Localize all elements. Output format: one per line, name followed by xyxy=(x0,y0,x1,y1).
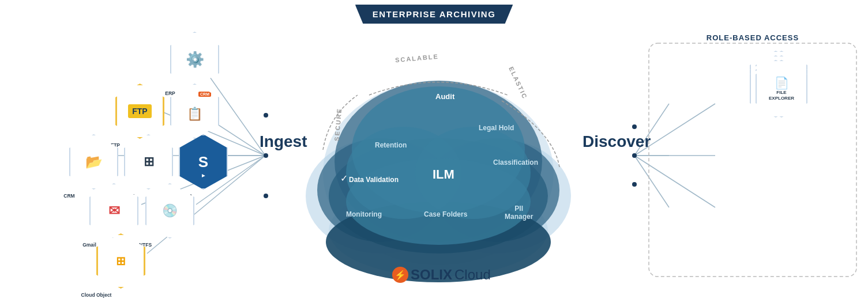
solix-suffix: Cloud xyxy=(454,267,491,283)
svg-point-19 xyxy=(632,153,637,158)
checkmark-icon: ✓ xyxy=(340,173,348,184)
cifs-label: CRM xyxy=(63,193,74,199)
hex-crm[interactable]: CRM 📋 CRM xyxy=(170,84,219,139)
discover-label: Discover xyxy=(583,133,651,151)
svg-point-27 xyxy=(329,138,548,253)
elastic-label: ELASTIC xyxy=(508,66,529,100)
legal-hold-label: Legal Hold xyxy=(479,124,514,132)
ftp-icon: FTP xyxy=(128,104,151,118)
svg-point-29 xyxy=(433,138,559,242)
cloud-object-icon: ⊞ xyxy=(116,254,126,268)
file-explorer-icon: 📄 xyxy=(775,76,789,90)
data-validation-label: Data Validation xyxy=(349,176,399,184)
sharepoint-sub: ▶ xyxy=(202,173,205,178)
svg-point-25 xyxy=(329,184,548,277)
ingest-label: Ingest xyxy=(260,133,307,151)
svg-point-28 xyxy=(317,138,444,242)
ilm-label: ILM xyxy=(433,167,454,182)
secure-label: SECURE xyxy=(333,108,343,142)
gmail-label: Gmail xyxy=(82,242,96,248)
role-based-section: ROLE-BASED ACCESS 🔍 TEXTSEARCH ✉️ EMAILV… xyxy=(646,33,859,60)
solix-brand: SOLIX xyxy=(411,267,452,283)
monitoring-label: Monitoring xyxy=(346,210,382,218)
role-based-title: ROLE-BASED ACCESS xyxy=(646,33,859,42)
crm-badge: CRM xyxy=(198,92,211,97)
svg-point-31 xyxy=(352,86,525,213)
svg-line-17 xyxy=(634,156,715,207)
file-explorer-label: FILEEXPLORER xyxy=(769,90,794,101)
svg-point-11 xyxy=(264,194,268,198)
svg-point-18 xyxy=(632,124,637,129)
solix-logo: ⚡ SOLIXCloud xyxy=(392,267,491,283)
scalable-label: SCALABLE xyxy=(395,53,439,64)
svg-point-9 xyxy=(264,113,268,118)
classification-label: Classification xyxy=(493,158,538,166)
gmail-icon: ✉ xyxy=(108,203,120,219)
ntfs-icon: 💿 xyxy=(162,203,178,218)
audit-label: Audit xyxy=(435,92,454,101)
cifs-icon: 📂 xyxy=(85,154,103,170)
svg-point-24 xyxy=(421,138,571,253)
svg-point-10 xyxy=(264,153,268,158)
retention-label: Retention xyxy=(375,141,407,149)
crm-icon: 📋 xyxy=(187,107,202,122)
sharepoint-icon: S xyxy=(198,153,208,171)
pii-manager-label: PIIManager xyxy=(505,205,533,221)
svg-point-23 xyxy=(306,138,456,253)
solix-bolt-icon: ⚡ xyxy=(392,267,408,283)
banner-title: ENTERPRISE ARCHIVING xyxy=(373,9,496,19)
cloud-object-label: Cloud ObjectStores xyxy=(81,292,112,299)
custom-apps-icon: ⊞ xyxy=(144,154,154,169)
erp-icon: ⚙️ xyxy=(186,51,204,69)
svg-line-16 xyxy=(634,156,669,207)
case-folders-label: Case Folders xyxy=(424,210,467,218)
enterprise-archiving-banner: ENTERPRISE ARCHIVING xyxy=(355,5,513,24)
svg-point-20 xyxy=(632,182,637,187)
